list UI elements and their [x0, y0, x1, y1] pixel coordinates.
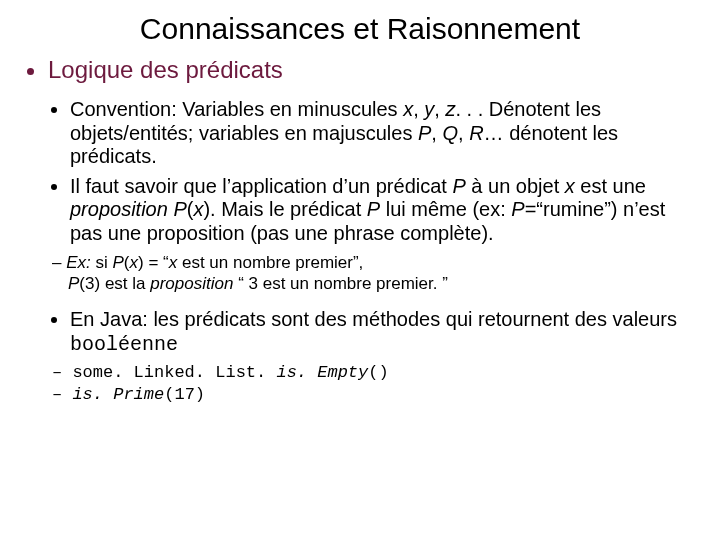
- code-line-2: is. Prime(17): [68, 384, 692, 405]
- bullet-java: En Java: les prédicats sont des méthodes…: [70, 308, 692, 356]
- code-line-1: some. Linked. List. is. Empty(): [68, 362, 692, 383]
- example-list: Ex: si P(x) = “x est un nombre premier”,…: [28, 252, 692, 295]
- slide-content: Connaissances et Raisonnement Logique de…: [0, 0, 720, 435]
- top-list: Logique des prédicats: [28, 56, 692, 84]
- bullet-convention: Convention: Variables en minuscules x, y…: [70, 98, 692, 169]
- bullet-proposition: Il faut savoir que l’application d’un pr…: [70, 175, 692, 246]
- section-heading: Logique des prédicats: [48, 56, 692, 84]
- code-list: some. Linked. List. is. Empty() is. Prim…: [28, 362, 692, 405]
- bullet-list-2: En Java: les prédicats sont des méthodes…: [28, 308, 692, 356]
- bullet-list: Convention: Variables en minuscules x, y…: [28, 98, 692, 246]
- slide-title: Connaissances et Raisonnement: [28, 12, 692, 46]
- example-line1: Ex: si P(x) = “x est un nombre premier”,…: [68, 252, 692, 295]
